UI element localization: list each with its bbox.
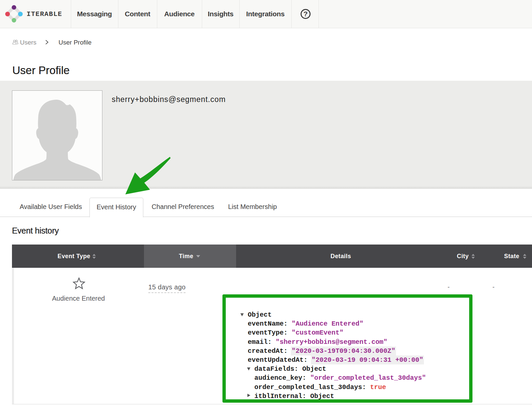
svg-text:?: ? (304, 10, 308, 18)
